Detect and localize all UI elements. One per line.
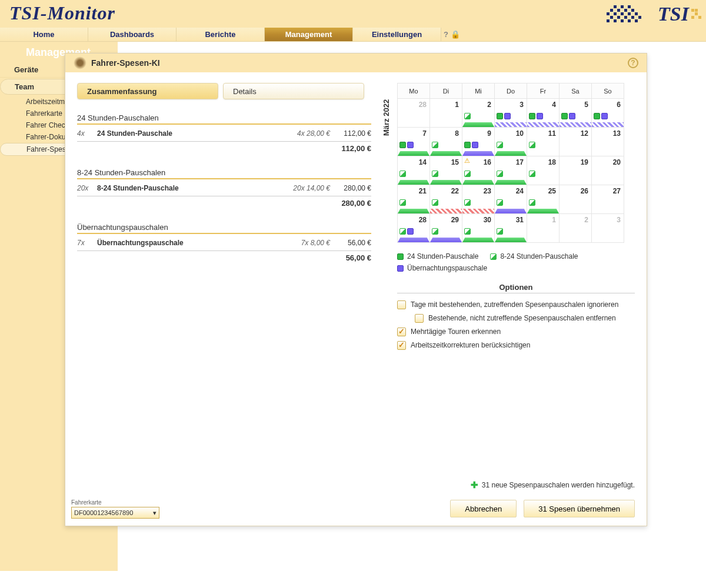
weekday-header: Fr (527, 83, 560, 99)
summary-row: 4x24 Stunden-Pauschale4x 28,00 €112,00 € (77, 129, 371, 138)
calendar-day[interactable]: 7 (398, 128, 430, 156)
tab-details[interactable]: Details (223, 83, 364, 99)
panel-header: Fahrer-Spesen-KI ? (65, 54, 647, 72)
legend-overnight: Übernachtungspauschale (407, 264, 487, 272)
nav-item-dashboards[interactable]: Dashboards (88, 28, 176, 41)
calendar-day[interactable]: 14 (398, 156, 430, 185)
calendar-day[interactable]: 4 (527, 99, 560, 128)
options-title: Optionen (397, 283, 635, 293)
tab-zusammenfassung[interactable]: Zusammenfassung (77, 83, 218, 99)
warning-icon (464, 158, 471, 165)
day-bar (398, 180, 429, 185)
panel-icon (74, 56, 86, 69)
legend-24h: 24 Stunden-Pauschale (407, 252, 478, 260)
driver-card-select[interactable]: DF00001234567890 ▾ (71, 507, 159, 519)
calendar-day[interactable]: 26 (560, 185, 592, 214)
day-mark (601, 113, 608, 119)
tsi-logo: TSI (607, 0, 701, 28)
calendar-day[interactable]: 19 (560, 156, 592, 185)
weekday-header: Di (430, 83, 462, 99)
legend-icon-24h (397, 253, 404, 260)
calendar-day[interactable]: 23 (462, 185, 495, 214)
calendar-day[interactable]: 17 (495, 156, 527, 185)
calendar-day[interactable]: 25 (527, 185, 560, 214)
app-header: TSI-Monitor TSI (0, 0, 706, 28)
calendar-day[interactable]: 31 (495, 214, 527, 243)
option-row: Tage mit bestehenden, zutreffenden Spese… (397, 300, 635, 309)
chevron-down-icon: ▾ (153, 509, 156, 517)
option-label: Tage mit bestehenden, zutreffenden Spese… (411, 300, 618, 309)
nav-item-management[interactable]: Management (265, 28, 353, 41)
option-row: Arbeitszeitkorrekturen berücksichtigen (397, 341, 635, 350)
day-bar (462, 209, 494, 213)
submit-button[interactable]: 31 Spesen übernehmen (524, 500, 635, 517)
calendar-day[interactable]: 3 (495, 99, 527, 128)
checkbox[interactable] (415, 314, 424, 323)
calendar-day[interactable]: 1 (430, 99, 462, 128)
help-icon[interactable]: ? (628, 58, 638, 68)
day-mark (464, 113, 471, 119)
calendar-day[interactable]: 28 (398, 214, 430, 243)
driver-card-label: Fahrerkarte (71, 499, 159, 506)
cancel-button[interactable]: Abbrechen (450, 500, 517, 517)
tabs: ZusammenfassungDetails (77, 83, 371, 99)
lock-icon[interactable]: 🔒 (451, 30, 460, 39)
calendar-day[interactable]: 6 (592, 99, 624, 128)
calendar-day[interactable]: 9 (462, 128, 495, 156)
calendar-day[interactable]: 1 (527, 214, 560, 243)
day-bar (462, 180, 494, 185)
app-title: TSI-Monitor (0, 0, 706, 24)
calendar-day[interactable]: 20 (592, 156, 624, 185)
calendar-day[interactable]: 10 (495, 128, 527, 156)
calendar-day[interactable]: 2 (560, 214, 592, 243)
nav-item-einstellungen[interactable]: Einstellungen (353, 28, 441, 41)
weekday-header: Do (495, 83, 527, 99)
calendar-day[interactable]: 30 (462, 214, 495, 243)
help-icon[interactable]: ? (444, 30, 448, 39)
day-mark (399, 171, 406, 177)
day-mark (569, 113, 575, 119)
calendar-day[interactable]: 2 (462, 99, 495, 128)
day-bar (495, 122, 527, 127)
day-mark (399, 228, 406, 235)
panel-title: Fahrer-Spesen-KI (91, 58, 160, 68)
day-bar (462, 122, 494, 127)
calendar-day[interactable]: 22 (430, 185, 462, 214)
plus-icon: ✚ (471, 480, 478, 490)
option-row: Bestehende, nicht zutreffende Spesenpaus… (415, 314, 635, 323)
day-bar (527, 122, 559, 127)
nav-item-berichte[interactable]: Berichte (176, 28, 265, 41)
legend: 24 Stunden-Pauschale 8-24 Stunden-Pausch… (397, 252, 635, 272)
calendar-day[interactable]: 8 (430, 128, 462, 156)
day-mark (464, 228, 471, 235)
checkbox[interactable] (397, 300, 406, 309)
calendar-day[interactable]: 27 (592, 185, 624, 214)
calendar-day[interactable]: 12 (560, 128, 592, 156)
day-bar (462, 151, 494, 156)
checkbox[interactable] (397, 341, 406, 350)
calendar-day[interactable]: 16 (462, 156, 495, 185)
calendar-day[interactable]: 5 (560, 99, 592, 128)
legend-icon-8-24h (490, 253, 497, 260)
day-bar (495, 238, 527, 242)
day-mark (464, 142, 471, 148)
calendar-day[interactable]: 18 (527, 156, 560, 185)
section-total: 112,00 € (77, 141, 371, 153)
calendar-day[interactable]: 24 (495, 185, 527, 214)
calendar-day[interactable]: 11 (527, 128, 560, 156)
day-mark (504, 113, 511, 119)
day-mark (529, 199, 535, 206)
checkbox[interactable] (397, 328, 406, 336)
calendar-day[interactable]: 15 (430, 156, 462, 185)
calendar-day[interactable]: 13 (592, 128, 624, 156)
option-label: Mehrtägige Touren erkennen (411, 328, 501, 336)
calendar-day[interactable]: 3 (592, 214, 624, 243)
nav-item-home[interactable]: Home (0, 28, 88, 41)
section-title: Übernachtungspauschalen (77, 223, 371, 234)
calendar-day[interactable]: 29 (430, 214, 462, 243)
calendar-day[interactable]: 21 (398, 185, 430, 214)
option-row: Mehrtägige Touren erkennen (397, 328, 635, 336)
day-mark (561, 113, 568, 119)
calendar-day[interactable]: 28 (398, 99, 430, 128)
day-bar (398, 238, 429, 242)
